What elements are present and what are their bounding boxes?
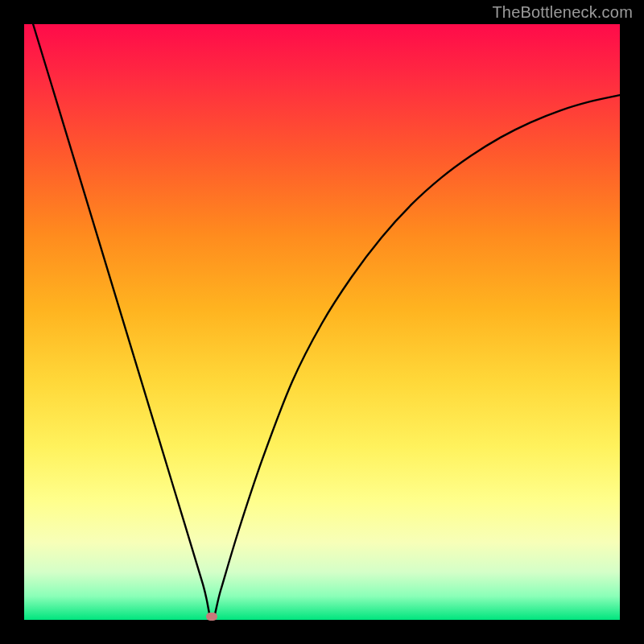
watermark-text: TheBottleneck.com bbox=[492, 3, 633, 22]
plot-area bbox=[24, 24, 620, 620]
chart-frame: TheBottleneck.com bbox=[0, 0, 644, 644]
bottleneck-curve bbox=[24, 24, 620, 620]
minimum-marker bbox=[206, 613, 217, 621]
